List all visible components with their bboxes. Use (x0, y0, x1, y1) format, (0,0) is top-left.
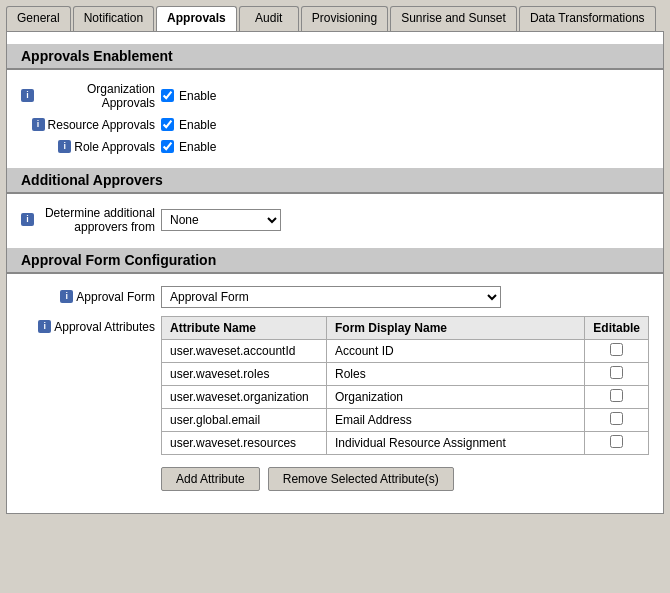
approval-form-label: i Approval Form (21, 290, 161, 304)
editable-cell (585, 362, 649, 385)
approval-form-config-header: Approval Form Configuration (7, 248, 663, 274)
role-approvals-checkbox[interactable] (161, 140, 174, 153)
form-display-cell: Email Address (327, 408, 585, 431)
approval-attributes-row: i Approval Attributes Attribute Name For… (21, 312, 649, 459)
tab-provisioning[interactable]: Provisioning (301, 6, 388, 31)
main-content: Approvals Enablement i Organization Appr… (6, 31, 664, 514)
editable-checkbox-3[interactable] (610, 412, 623, 425)
table-row: user.waveset.accountId Account ID (162, 339, 649, 362)
attr-name-cell: user.global.email (162, 408, 327, 431)
approval-attrs-info-icon[interactable]: i (38, 320, 51, 333)
editable-cell (585, 431, 649, 454)
resource-approvals-label: i Resource Approvals (21, 118, 161, 132)
editable-cell (585, 408, 649, 431)
editable-cell (585, 339, 649, 362)
determine-approvers-control: None Manager Role Owner (161, 209, 649, 231)
determine-approvers-info-icon[interactable]: i (21, 213, 34, 226)
editable-checkbox-4[interactable] (610, 435, 623, 448)
action-buttons-row: Add Attribute Remove Selected Attribute(… (161, 467, 649, 491)
resource-approvals-info-icon[interactable]: i (32, 118, 45, 131)
table-row: user.waveset.resources Individual Resour… (162, 431, 649, 454)
role-approvals-enable-label: Enable (179, 140, 216, 154)
attr-name-cell: user.waveset.resources (162, 431, 327, 454)
approvals-enablement-section: Approvals Enablement i Organization Appr… (21, 44, 649, 158)
role-approvals-label: i Role Approvals (21, 140, 161, 154)
approval-form-select[interactable]: Approval Form (161, 286, 501, 308)
add-attribute-button[interactable]: Add Attribute (161, 467, 260, 491)
attributes-table-container: Attribute Name Form Display Name Editabl… (161, 316, 649, 455)
role-approvals-row: i Role Approvals Enable (21, 136, 649, 158)
approvers-select[interactable]: None Manager Role Owner (161, 209, 281, 231)
form-display-cell: Individual Resource Assignment (327, 431, 585, 454)
additional-approvers-header: Additional Approvers (7, 168, 663, 194)
additional-approvers-section: Additional Approvers i Determine additio… (21, 168, 649, 238)
role-approvals-control: Enable (161, 140, 649, 154)
tab-bar: General Notification Approvals Audit Pro… (0, 0, 670, 31)
remove-selected-button[interactable]: Remove Selected Attribute(s) (268, 467, 454, 491)
tab-notification[interactable]: Notification (73, 6, 154, 31)
resource-approvals-checkbox[interactable] (161, 118, 174, 131)
org-approvals-control: Enable (161, 89, 649, 103)
attr-name-cell: user.waveset.roles (162, 362, 327, 385)
resource-approvals-enable-label: Enable (179, 118, 216, 132)
tab-audit[interactable]: Audit (239, 6, 299, 31)
editable-cell (585, 385, 649, 408)
org-approvals-label: i Organization Approvals (21, 82, 161, 110)
col-header-editable: Editable (585, 316, 649, 339)
approval-form-config-section: Approval Form Configuration i Approval F… (21, 248, 649, 491)
org-approvals-checkbox[interactable] (161, 89, 174, 102)
attr-name-cell: user.waveset.accountId (162, 339, 327, 362)
form-display-cell: Roles (327, 362, 585, 385)
table-row: user.global.email Email Address (162, 408, 649, 431)
approval-form-control: Approval Form (161, 286, 649, 308)
editable-checkbox-1[interactable] (610, 366, 623, 379)
org-approvals-row: i Organization Approvals Enable (21, 78, 649, 114)
tab-sunrise-sunset[interactable]: Sunrise and Sunset (390, 6, 517, 31)
resource-approvals-control: Enable (161, 118, 649, 132)
resource-approvals-row: i Resource Approvals Enable (21, 114, 649, 136)
org-approvals-info-icon[interactable]: i (21, 89, 34, 102)
col-header-form-display: Form Display Name (327, 316, 585, 339)
form-display-cell: Organization (327, 385, 585, 408)
tab-data-transformations[interactable]: Data Transformations (519, 6, 656, 31)
approval-attributes-label: i Approval Attributes (21, 316, 161, 334)
table-row: user.waveset.organization Organization (162, 385, 649, 408)
table-row: user.waveset.roles Roles (162, 362, 649, 385)
editable-checkbox-0[interactable] (610, 343, 623, 356)
editable-checkbox-2[interactable] (610, 389, 623, 402)
attributes-table: Attribute Name Form Display Name Editabl… (161, 316, 649, 455)
role-approvals-info-icon[interactable]: i (58, 140, 71, 153)
determine-approvers-label: i Determine additional approvers from (21, 206, 161, 234)
form-display-cell: Account ID (327, 339, 585, 362)
tab-approvals[interactable]: Approvals (156, 6, 237, 31)
col-header-attr-name: Attribute Name (162, 316, 327, 339)
tab-general[interactable]: General (6, 6, 71, 31)
approval-form-info-icon[interactable]: i (60, 290, 73, 303)
approvals-enablement-header: Approvals Enablement (7, 44, 663, 70)
attr-name-cell: user.waveset.organization (162, 385, 327, 408)
approval-form-row: i Approval Form Approval Form (21, 282, 649, 312)
org-approvals-enable-label: Enable (179, 89, 216, 103)
determine-approvers-row: i Determine additional approvers from No… (21, 202, 649, 238)
